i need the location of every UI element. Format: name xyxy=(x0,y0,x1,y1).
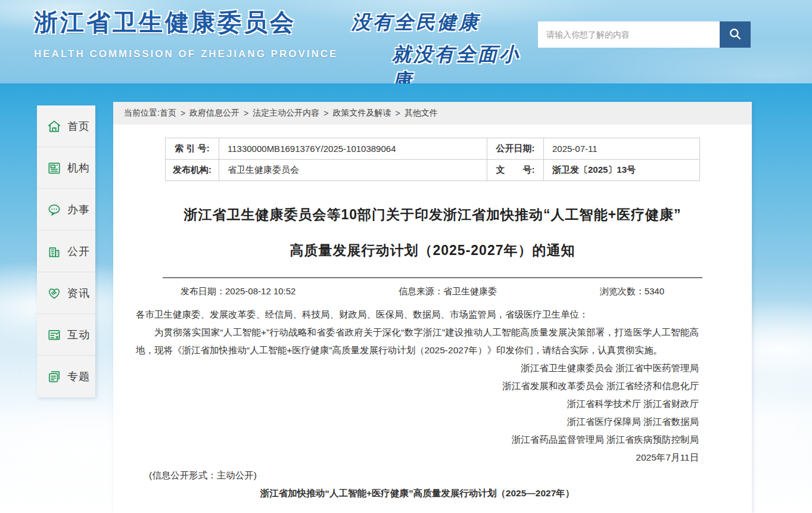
sidebar-item-news[interactable]: 资讯 xyxy=(37,272,95,314)
building-icon xyxy=(46,244,62,259)
search-icon xyxy=(727,26,743,43)
breadcrumb-prefix: 当前位置: xyxy=(124,108,160,119)
sidebar-item-label: 专题 xyxy=(67,369,90,384)
view-count-label: 浏览次数： xyxy=(600,286,645,296)
site-logo[interactable]: 浙江省卫生健康委员会 HEALTH COMMISSION OF ZHEJIANG… xyxy=(34,6,338,60)
page-title-line-1: 浙江省卫生健康委员会等10部门关于印发浙江省加快推动“人工智能+医疗健康” xyxy=(113,197,752,232)
signature-date: 2025年7月11日 xyxy=(136,449,699,467)
site-search xyxy=(538,21,751,48)
article-meta: 发布日期：2025-08-12 10:52 信息来源：省卫生健康委 浏览次数：5… xyxy=(165,286,700,297)
signature-line: 浙江省药品监督管理局 浙江省疾病预防控制局 xyxy=(136,431,699,449)
site-header: 浙江省卫生健康委员会 HEALTH COMMISSION OF ZHEJIANG… xyxy=(0,0,812,83)
addressee-paragraph: 各市卫生健康委、发展改革委、经信局、科技局、财政局、医保局、数据局、市场监管局，… xyxy=(136,306,699,324)
index-number-label: 索 引 号: xyxy=(166,138,219,160)
breadcrumb-separator: > xyxy=(323,108,328,118)
sidebar-item-disclosure[interactable]: 公开 xyxy=(37,231,95,272)
heart-handshake-icon xyxy=(46,285,62,301)
doc-number-label: 文 号: xyxy=(487,160,544,181)
title-divider xyxy=(163,277,702,278)
publish-datetime-label: 发布日期： xyxy=(181,286,225,296)
breadcrumb-item-legal-disclosure[interactable]: 法定主动公开内容 xyxy=(253,108,319,119)
breadcrumb-separator: > xyxy=(244,108,248,118)
view-count: 浏览次数：5340 xyxy=(600,286,664,297)
publish-date-label: 公开日期: xyxy=(487,138,544,160)
sidebar-item-label: 资讯 xyxy=(67,286,90,300)
search-input[interactable] xyxy=(538,21,720,48)
table-row: 索 引 号: 11330000MB1691376Y/2025-101038906… xyxy=(166,138,700,160)
article-body: 各市卫生健康委、发展改革委、经信局、科技局、财政局、医保局、数据局、市场监管局，… xyxy=(113,297,752,502)
sidebar-item-label: 办事 xyxy=(67,203,90,217)
sidebar-item-label: 首页 xyxy=(67,119,90,133)
breadcrumb-item-other-docs[interactable]: 其他文件 xyxy=(405,108,438,119)
breadcrumb-item-home[interactable]: 首页 xyxy=(160,108,176,119)
sidebar-item-label: 公开 xyxy=(67,244,90,259)
breadcrumb-item-policy-docs[interactable]: 政策文件及解读 xyxy=(332,108,391,119)
org-document-icon xyxy=(46,160,62,176)
health-slogan: 没有全民健康 就没有全面小康 xyxy=(351,10,530,94)
publish-datetime-value: 2025-08-12 10:52 xyxy=(225,286,295,296)
site-title: 浙江省卫生健康委员会 xyxy=(34,6,338,39)
page-title-line-2: 高质量发展行动计划（2025-2027年）的通知 xyxy=(113,232,752,268)
info-source-value: 省卫生健康委 xyxy=(443,286,497,296)
breadcrumb-item-gov-info[interactable]: 政府信息公开 xyxy=(189,108,239,119)
sidebar-item-interaction[interactable]: 互动 xyxy=(37,314,95,356)
sidebar-item-home[interactable]: 首页 xyxy=(37,105,95,147)
body-paragraph: 为贯彻落实国家“人工智能+”行动战略和省委省政府关于深化“数字浙江”建设推动人工… xyxy=(136,324,699,359)
table-row: 发布机构: 省卫生健康委员会 文 号: 浙卫发〔2025〕13号 xyxy=(166,160,700,181)
sidebar-item-label: 互动 xyxy=(67,328,90,342)
breadcrumb-separator: > xyxy=(181,108,185,118)
attachment-title: 浙江省加快推动“人工智能+医疗健康”高质量发展行动计划（2025—2027年） xyxy=(136,484,699,502)
chat-bubble-icon xyxy=(46,202,62,217)
index-number-value: 11330000MB1691376Y/2025-1010389064 xyxy=(219,138,487,160)
sidebar-nav: 首页 机构 办事 公开 xyxy=(37,105,95,397)
search-button[interactable] xyxy=(720,21,751,48)
site-title-english: HEALTH COMMISSION OF ZHEJIANG PROVINCE xyxy=(34,48,338,60)
page-title: 浙江省卫生健康委员会等10部门关于印发浙江省加快推动“人工智能+医疗健康” 高质… xyxy=(113,197,752,268)
signature-line: 浙江省医疗保障局 浙江省数据局 xyxy=(136,413,699,431)
sidebar-item-services[interactable]: 办事 xyxy=(37,189,95,231)
form-check-icon xyxy=(46,327,62,343)
sidebar-item-topics[interactable]: 专题 xyxy=(37,356,95,397)
view-count-value: 5340 xyxy=(645,286,664,296)
publish-date-value: 2025-07-11 xyxy=(544,138,700,160)
stacked-docs-icon xyxy=(46,369,62,384)
sidebar-item-org[interactable]: 机构 xyxy=(37,147,95,189)
info-source: 信息来源：省卫生健康委 xyxy=(399,286,497,297)
content-panel: 当前位置: 首页 > 政府信息公开 > 法定主动公开内容 > 政策文件及解读 >… xyxy=(113,102,752,513)
issuing-org-label: 发布机构: xyxy=(166,160,219,181)
doc-number-value: 浙卫发〔2025〕13号 xyxy=(544,160,700,181)
signature-line: 浙江省发展和改革委员会 浙江省经济和信息化厅 xyxy=(136,377,699,395)
sidebar-item-label: 机构 xyxy=(67,161,90,175)
signature-line: 浙江省科学技术厅 浙江省财政厅 xyxy=(136,395,699,413)
info-source-label: 信息来源： xyxy=(399,286,443,296)
breadcrumb-separator: > xyxy=(395,108,400,118)
document-info-table: 索 引 号: 11330000MB1691376Y/2025-101038906… xyxy=(165,138,700,181)
breadcrumb: 当前位置: 首页 > 政府信息公开 > 法定主动公开内容 > 政策文件及解读 >… xyxy=(113,102,752,125)
home-icon xyxy=(46,119,62,134)
issuing-org-value: 省卫生健康委员会 xyxy=(219,160,487,181)
disclosure-note: (信息公开形式：主动公开) xyxy=(136,467,699,484)
signature-line: 浙江省卫生健康委员会 浙江省中医药管理局 xyxy=(136,359,699,377)
slogan-line-1: 没有全民健康 xyxy=(351,10,530,36)
publish-datetime: 发布日期：2025-08-12 10:52 xyxy=(181,286,295,297)
